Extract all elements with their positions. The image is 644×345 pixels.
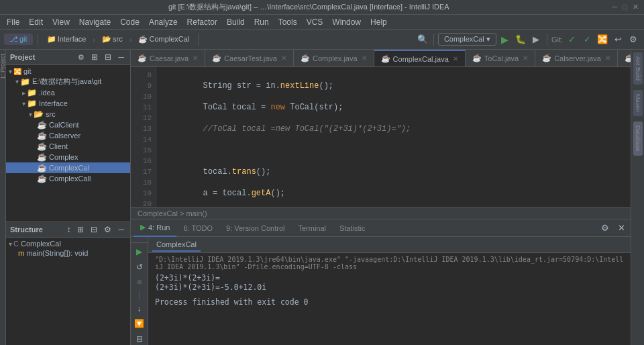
structure-sort-icon[interactable]: ↕ bbox=[64, 224, 72, 235]
close-tab-calserver[interactable]: ✕ bbox=[605, 54, 610, 62]
tree-item-client[interactable]: ☕ Client bbox=[6, 141, 130, 152]
run-btn-filter[interactable]: 🔽 bbox=[133, 317, 146, 331]
folder-icon-idea: 📁 bbox=[27, 88, 37, 97]
bottom-tab-todo[interactable]: 6: TODO bbox=[176, 219, 219, 237]
menu-item-edit[interactable]: Edit bbox=[25, 16, 47, 28]
tab-calclient[interactable]: ☕ CalClient.java ✕ bbox=[618, 50, 631, 67]
close-tab-tocal[interactable]: ✕ bbox=[523, 54, 528, 62]
close-tab-complex[interactable]: ✕ bbox=[362, 54, 367, 62]
java-icon-calclient: ☕ bbox=[37, 120, 47, 130]
git-branch-btn[interactable]: 🔀 bbox=[596, 33, 609, 46]
tree-item-complexcal[interactable]: ☕ ComplexCal bbox=[6, 162, 130, 173]
code-editor[interactable]: 8 9 10 11 12 13 14 15 16 17 18 19 20 Str… bbox=[131, 67, 631, 207]
run-btn[interactable]: ▶ bbox=[498, 33, 512, 46]
toolbar-git-tag[interactable]: ⎇git bbox=[4, 34, 33, 45]
tree-item-calclient[interactable]: ☕ CalClient bbox=[6, 119, 130, 130]
bottom-tab-statistic[interactable]: Statistic bbox=[333, 219, 372, 237]
git-label: Git: bbox=[551, 36, 563, 44]
tree-item-calserver[interactable]: ☕ Calserver bbox=[6, 130, 130, 141]
git-folder-icon: 🔀 bbox=[13, 68, 21, 75]
menu-item-code[interactable]: Code bbox=[116, 16, 144, 28]
right-tab-ant[interactable]: Ant Build bbox=[633, 52, 643, 85]
close-btn[interactable]: ✕ bbox=[633, 3, 639, 11]
menu-item-help[interactable]: Help bbox=[366, 16, 391, 28]
structure-collapse-icon[interactable]: ⊟ bbox=[89, 224, 99, 235]
toolbar-sep2 bbox=[198, 34, 199, 46]
structure-label-main: main(String[]): void bbox=[26, 249, 88, 257]
run-btn-fold[interactable]: ⊟ bbox=[133, 332, 146, 345]
breadcrumb-interface[interactable]: 📁Interface bbox=[43, 34, 91, 45]
debug-btn[interactable]: 🐛 bbox=[514, 33, 527, 46]
menu-item-build[interactable]: Build bbox=[223, 16, 249, 28]
java-icon-client: ☕ bbox=[37, 142, 47, 151]
tree-item-git[interactable]: ▾ 🔀 git bbox=[6, 66, 130, 76]
run-coverage-btn[interactable]: ▶ bbox=[529, 33, 543, 46]
bottom-tab-terminal[interactable]: Terminal bbox=[291, 219, 333, 237]
close-tab-caesar[interactable]: ✕ bbox=[193, 54, 198, 62]
bottom-settings-icon[interactable]: ⚙ bbox=[598, 221, 612, 235]
menu-item-analyze[interactable]: Analyze bbox=[145, 16, 182, 28]
statistic-tab-label: Statistic bbox=[339, 224, 366, 232]
tab-complex[interactable]: ☕ Complex.java ✕ bbox=[294, 50, 374, 67]
run-config-tab-label[interactable]: ComplexCal bbox=[152, 238, 201, 252]
tree-item-path[interactable]: ▾ 📁 E:\数据结构与java\git bbox=[6, 76, 130, 87]
tree-label-calserver: Calserver bbox=[49, 132, 80, 140]
java-icon-complexcal: ☕ bbox=[37, 163, 47, 172]
bottom-tab-vcs[interactable]: 9: Version Control bbox=[219, 219, 291, 237]
undo-btn[interactable]: ↩ bbox=[611, 33, 625, 46]
run-btn-stop[interactable]: ■ bbox=[133, 275, 146, 289]
maximize-btn[interactable]: □ bbox=[623, 3, 627, 11]
project-panel-header: Project ⚙ ⊞ ⊟ ─ bbox=[6, 50, 130, 65]
git-check-icon[interactable]: ✓ bbox=[565, 33, 578, 46]
tab-complexcal[interactable]: ☕ ComplexCal.java ✕ bbox=[374, 50, 466, 67]
menu-item-view[interactable]: View bbox=[48, 16, 74, 28]
menu-item-vcs[interactable]: VCS bbox=[303, 16, 327, 28]
right-tab-database[interactable]: Database bbox=[633, 121, 643, 156]
structure-item-class[interactable]: ▾ C ComplexCal bbox=[6, 239, 130, 248]
tree-item-complex[interactable]: ☕ Complex bbox=[6, 152, 130, 162]
run-btn-scroll[interactable]: ↓ bbox=[133, 302, 146, 315]
menu-item-refactor[interactable]: Refactor bbox=[183, 16, 221, 28]
structure-options-icon[interactable]: ⚙ bbox=[102, 224, 113, 235]
menu-item-file[interactable]: File bbox=[3, 16, 23, 28]
right-tab-maven[interactable]: Maven bbox=[633, 90, 643, 116]
search-icon[interactable]: 🔍 bbox=[416, 33, 429, 46]
structure-item-main[interactable]: m main(String[]): void bbox=[6, 248, 130, 258]
tree-item-complexcall[interactable]: ☕ ComplexCall bbox=[6, 173, 130, 184]
bottom-tab-run[interactable]: ▶ 4: Run bbox=[133, 219, 176, 237]
tab-calserver[interactable]: ☕ Calserver.java ✕ bbox=[535, 50, 618, 67]
project-sidebar-label[interactable]: 1: Project bbox=[0, 54, 6, 79]
menu-item-run[interactable]: Run bbox=[250, 16, 273, 28]
tab-caesartest[interactable]: ☕ CaesarTest.java ✕ bbox=[205, 50, 294, 67]
minimize-btn[interactable]: ─ bbox=[612, 3, 618, 11]
tree-label-complexcall: ComplexCall bbox=[49, 175, 91, 183]
breadcrumb-src[interactable]: 📂src bbox=[98, 34, 127, 45]
project-settings-icon[interactable]: ⚙ bbox=[76, 52, 87, 62]
structure-expand-icon[interactable]: ⊞ bbox=[75, 224, 86, 235]
menu-item-tools[interactable]: Tools bbox=[274, 16, 301, 28]
run-btn-rerun[interactable]: ↺ bbox=[133, 260, 146, 274]
project-close-icon[interactable]: ─ bbox=[116, 52, 126, 62]
close-tab-complexcal[interactable]: ✕ bbox=[453, 55, 458, 62]
run-config-btn[interactable]: ComplexCal ▾ bbox=[438, 33, 496, 46]
java-icon-calserver: ☕ bbox=[37, 131, 47, 140]
git-tick-icon[interactable]: ✓ bbox=[580, 33, 594, 46]
menu-item-window[interactable]: Window bbox=[328, 16, 365, 28]
breadcrumb-file[interactable]: ☕ComplexCal bbox=[134, 34, 193, 45]
tree-item-idea[interactable]: ▸ 📁 .idea bbox=[6, 87, 130, 98]
menu-item-navigate[interactable]: Navigate bbox=[75, 16, 115, 28]
tab-tocal[interactable]: ☕ ToCal.java ✕ bbox=[466, 50, 535, 67]
close-tab-caesartest[interactable]: ✕ bbox=[281, 54, 286, 62]
project-collapse-icon[interactable]: ⊟ bbox=[103, 52, 113, 62]
tab-caesar[interactable]: ☕ Caesar.java ✕ bbox=[131, 50, 205, 67]
project-expand-icon[interactable]: ⊞ bbox=[89, 52, 100, 62]
structure-close-icon[interactable]: ─ bbox=[116, 224, 126, 235]
terminal-tab-label: Terminal bbox=[298, 224, 326, 232]
code-content[interactable]: String str = in.nextLine(); ToCal tocal … bbox=[156, 67, 631, 207]
tree-item-src[interactable]: ▾ 📂 src bbox=[6, 109, 130, 119]
run-btn-play[interactable]: ▶ bbox=[133, 245, 146, 258]
tree-item-interface[interactable]: ▾ 📁 Interface bbox=[6, 98, 130, 109]
bottom-close-icon[interactable]: ✕ bbox=[614, 221, 628, 235]
tab-icon-complex: ☕ bbox=[301, 54, 310, 62]
settings-btn[interactable]: ⚙ bbox=[627, 33, 640, 46]
